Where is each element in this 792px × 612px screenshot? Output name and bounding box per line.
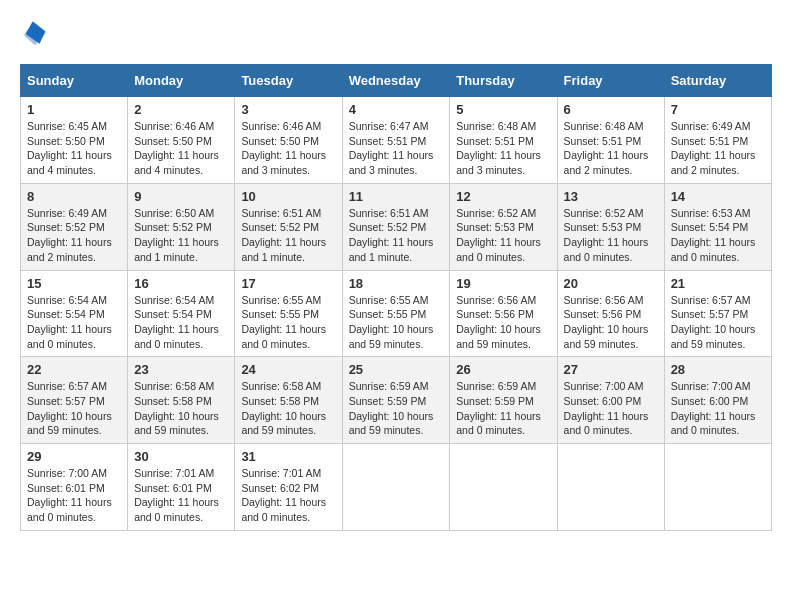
- column-header-sunday: Sunday: [21, 65, 128, 97]
- column-header-saturday: Saturday: [664, 65, 771, 97]
- table-row: 12Sunrise: 6:52 AMSunset: 5:53 PMDayligh…: [450, 183, 557, 270]
- table-row: 31Sunrise: 7:01 AMSunset: 6:02 PMDayligh…: [235, 444, 342, 531]
- calendar-week-3: 15Sunrise: 6:54 AMSunset: 5:54 PMDayligh…: [21, 270, 772, 357]
- table-row: [664, 444, 771, 531]
- logo: [20, 20, 52, 48]
- table-row: 30Sunrise: 7:01 AMSunset: 6:01 PMDayligh…: [128, 444, 235, 531]
- table-row: 23Sunrise: 6:58 AMSunset: 5:58 PMDayligh…: [128, 357, 235, 444]
- table-row: 24Sunrise: 6:58 AMSunset: 5:58 PMDayligh…: [235, 357, 342, 444]
- table-row: [450, 444, 557, 531]
- table-row: 17Sunrise: 6:55 AMSunset: 5:55 PMDayligh…: [235, 270, 342, 357]
- logo-icon: [20, 20, 48, 48]
- table-row: 10Sunrise: 6:51 AMSunset: 5:52 PMDayligh…: [235, 183, 342, 270]
- svg-marker-2: [26, 21, 46, 43]
- table-row: 6Sunrise: 6:48 AMSunset: 5:51 PMDaylight…: [557, 97, 664, 184]
- column-header-friday: Friday: [557, 65, 664, 97]
- table-row: 15Sunrise: 6:54 AMSunset: 5:54 PMDayligh…: [21, 270, 128, 357]
- calendar-week-5: 29Sunrise: 7:00 AMSunset: 6:01 PMDayligh…: [21, 444, 772, 531]
- table-row: 19Sunrise: 6:56 AMSunset: 5:56 PMDayligh…: [450, 270, 557, 357]
- table-row: 27Sunrise: 7:00 AMSunset: 6:00 PMDayligh…: [557, 357, 664, 444]
- table-row: [342, 444, 450, 531]
- table-row: 7Sunrise: 6:49 AMSunset: 5:51 PMDaylight…: [664, 97, 771, 184]
- table-row: 26Sunrise: 6:59 AMSunset: 5:59 PMDayligh…: [450, 357, 557, 444]
- calendar-week-4: 22Sunrise: 6:57 AMSunset: 5:57 PMDayligh…: [21, 357, 772, 444]
- table-row: 16Sunrise: 6:54 AMSunset: 5:54 PMDayligh…: [128, 270, 235, 357]
- calendar-table: SundayMondayTuesdayWednesdayThursdayFrid…: [20, 64, 772, 531]
- table-row: 18Sunrise: 6:55 AMSunset: 5:55 PMDayligh…: [342, 270, 450, 357]
- table-row: 21Sunrise: 6:57 AMSunset: 5:57 PMDayligh…: [664, 270, 771, 357]
- header: [20, 20, 772, 48]
- table-row: 20Sunrise: 6:56 AMSunset: 5:56 PMDayligh…: [557, 270, 664, 357]
- table-row: 11Sunrise: 6:51 AMSunset: 5:52 PMDayligh…: [342, 183, 450, 270]
- table-row: 9Sunrise: 6:50 AMSunset: 5:52 PMDaylight…: [128, 183, 235, 270]
- table-row: 14Sunrise: 6:53 AMSunset: 5:54 PMDayligh…: [664, 183, 771, 270]
- table-row: 29Sunrise: 7:00 AMSunset: 6:01 PMDayligh…: [21, 444, 128, 531]
- calendar-header-row: SundayMondayTuesdayWednesdayThursdayFrid…: [21, 65, 772, 97]
- table-row: 4Sunrise: 6:47 AMSunset: 5:51 PMDaylight…: [342, 97, 450, 184]
- table-row: 5Sunrise: 6:48 AMSunset: 5:51 PMDaylight…: [450, 97, 557, 184]
- column-header-tuesday: Tuesday: [235, 65, 342, 97]
- table-row: 22Sunrise: 6:57 AMSunset: 5:57 PMDayligh…: [21, 357, 128, 444]
- table-row: 28Sunrise: 7:00 AMSunset: 6:00 PMDayligh…: [664, 357, 771, 444]
- calendar-week-2: 8Sunrise: 6:49 AMSunset: 5:52 PMDaylight…: [21, 183, 772, 270]
- table-row: 2Sunrise: 6:46 AMSunset: 5:50 PMDaylight…: [128, 97, 235, 184]
- table-row: 13Sunrise: 6:52 AMSunset: 5:53 PMDayligh…: [557, 183, 664, 270]
- table-row: 3Sunrise: 6:46 AMSunset: 5:50 PMDaylight…: [235, 97, 342, 184]
- column-header-monday: Monday: [128, 65, 235, 97]
- table-row: 1Sunrise: 6:45 AMSunset: 5:50 PMDaylight…: [21, 97, 128, 184]
- table-row: 8Sunrise: 6:49 AMSunset: 5:52 PMDaylight…: [21, 183, 128, 270]
- column-header-thursday: Thursday: [450, 65, 557, 97]
- column-header-wednesday: Wednesday: [342, 65, 450, 97]
- calendar-week-1: 1Sunrise: 6:45 AMSunset: 5:50 PMDaylight…: [21, 97, 772, 184]
- table-row: [557, 444, 664, 531]
- table-row: 25Sunrise: 6:59 AMSunset: 5:59 PMDayligh…: [342, 357, 450, 444]
